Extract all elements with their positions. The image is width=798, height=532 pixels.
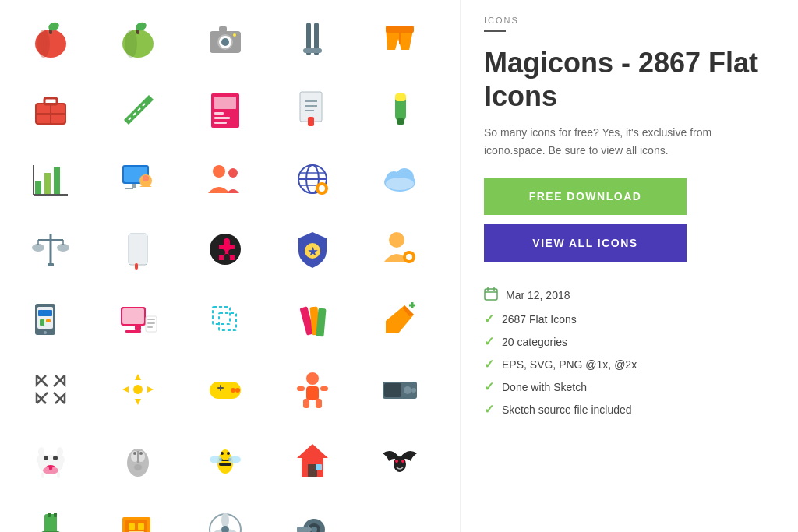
svg-rect-86 (40, 319, 44, 326)
svg-rect-11 (219, 26, 227, 32)
svg-marker-113 (147, 386, 154, 393)
svg-marker-101 (386, 305, 414, 333)
icon-expand (16, 358, 86, 421)
svg-rect-122 (316, 399, 322, 408)
svg-point-162 (401, 460, 404, 463)
svg-point-1 (37, 30, 50, 58)
svg-point-133 (53, 456, 58, 460)
svg-point-141 (52, 467, 55, 471)
svg-point-52 (213, 165, 225, 178)
svg-line-107 (37, 393, 48, 403)
icon-selection (190, 288, 260, 351)
check-icon-2: ✓ (484, 334, 494, 349)
meta-formats: ✓ EPS, SVG, PNG @1x, @2x (484, 357, 775, 372)
svg-rect-124 (320, 386, 328, 391)
svg-point-128 (411, 388, 416, 393)
svg-rect-171 (129, 523, 135, 530)
check-icon-3: ✓ (484, 357, 494, 372)
svg-rect-95 (147, 326, 153, 328)
icon-scales (16, 218, 86, 280)
svg-point-68 (57, 244, 69, 252)
check-icon-1: ✓ (484, 312, 494, 326)
view-all-icons-button[interactable]: VIEW ALL ICONS (484, 224, 687, 262)
svg-rect-97 (213, 307, 230, 324)
icon-cow (16, 428, 86, 491)
svg-point-81 (406, 254, 412, 260)
svg-point-109 (133, 385, 143, 394)
svg-point-116 (235, 388, 240, 393)
svg-rect-94 (147, 322, 155, 324)
svg-rect-29 (214, 112, 224, 115)
svg-rect-93 (147, 319, 155, 320)
svg-point-5 (125, 30, 137, 58)
icon-fan (190, 499, 260, 532)
svg-rect-71 (48, 263, 54, 266)
icon-security-cam (277, 499, 348, 532)
meta-sketch: ✓ Done with Sketch (484, 379, 775, 394)
svg-rect-37 (308, 117, 314, 126)
svg-point-178 (221, 526, 229, 532)
check-icon-4: ✓ (484, 379, 494, 394)
icon-marker (365, 78, 435, 140)
svg-marker-112 (122, 386, 129, 393)
svg-rect-121 (303, 399, 309, 408)
meta-sketch-source-text: Sketch source file included (502, 403, 632, 416)
icon-bar-chart (16, 148, 86, 210)
svg-rect-123 (297, 386, 305, 391)
svg-point-132 (44, 456, 48, 460)
icon-grid: ★ (0, 0, 460, 532)
svg-point-148 (134, 464, 142, 470)
icon-magazine (190, 78, 260, 140)
svg-rect-120 (306, 386, 319, 400)
category-underline (484, 30, 506, 32)
svg-point-154 (227, 452, 230, 455)
svg-rect-89 (122, 308, 144, 324)
product-title: Magicons - 2867 Flat Icons (484, 46, 775, 113)
svg-rect-167 (48, 513, 51, 517)
svg-point-161 (395, 460, 398, 463)
icon-mouse (103, 428, 173, 491)
meta-sketch-source: ✓ Sketch source file included (484, 402, 775, 417)
svg-rect-30 (214, 117, 230, 119)
icon-apple-green (103, 8, 173, 70)
product-detail-panel: ICONS Magicons - 2867 Flat Icons So many… (460, 0, 798, 532)
svg-rect-75 (135, 263, 138, 270)
meta-formats-text: EPS, SVG, PNG @1x, @2x (502, 358, 637, 371)
icon-apple-red (16, 8, 86, 70)
icon-shield-badge: ★ (277, 218, 348, 280)
svg-point-119 (306, 372, 319, 385)
svg-rect-90 (135, 326, 141, 330)
svg-point-146 (133, 452, 136, 455)
svg-rect-85 (38, 310, 52, 316)
svg-point-155 (210, 456, 222, 463)
icon-bookmark (103, 218, 173, 280)
meta-date: Mar 12, 2018 (484, 287, 775, 304)
free-download-button[interactable]: FREE DOWNLOAD (484, 178, 687, 215)
svg-rect-136 (57, 472, 60, 478)
icon-suitcase (16, 78, 86, 140)
svg-point-138 (57, 447, 63, 456)
svg-rect-42 (44, 173, 51, 195)
category-label: ICONS (484, 16, 775, 25)
icon-gamepad (190, 358, 260, 421)
meta-flat-icons-text: 2687 Flat Icons (502, 313, 577, 326)
svg-rect-135 (41, 472, 44, 478)
product-description: So many icons for free? Yes, it's exclus… (484, 124, 775, 159)
icon-ruler (103, 78, 173, 140)
icon-team (190, 148, 260, 210)
calendar-icon (484, 287, 498, 304)
svg-point-156 (228, 456, 241, 463)
icon-person-gear (365, 218, 435, 280)
svg-rect-31 (214, 122, 227, 124)
meta-categories-text: 20 categories (502, 336, 567, 348)
icon-cloud (365, 148, 435, 210)
icon-camera (190, 8, 260, 70)
icon-avatar-figure (277, 358, 348, 421)
svg-point-160 (394, 456, 406, 472)
svg-rect-40 (395, 93, 406, 101)
icon-tablet-bank (16, 288, 86, 351)
svg-text:★: ★ (308, 245, 318, 258)
svg-rect-159 (316, 464, 322, 470)
icon-monitor-user (103, 148, 173, 210)
svg-point-12 (233, 33, 236, 37)
